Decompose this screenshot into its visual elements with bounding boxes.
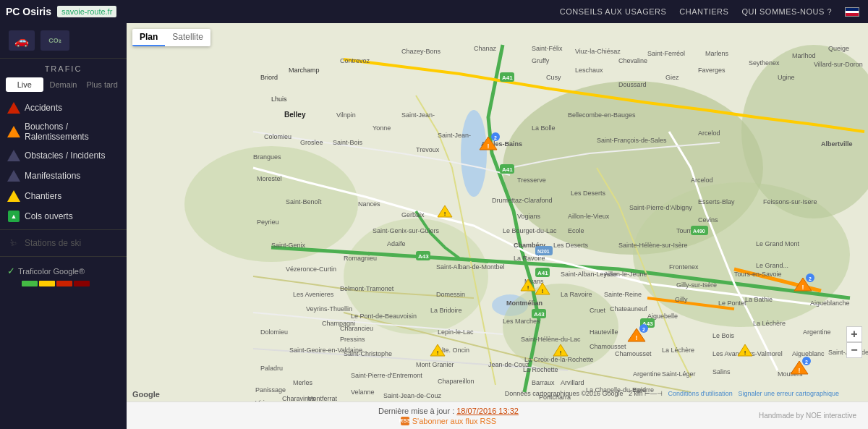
svg-text:Chamousset: Chamousset [590,343,626,350]
svg-text:A490: A490 [693,229,705,234]
map-copyright: Données cartographiques ©2016 Google 2 k… [505,390,839,397]
svg-text:Saint-Genix-sur-Guiers: Saint-Genix-sur-Guiers [373,227,440,234]
svg-text:Saint-Christophe: Saint-Christophe [344,350,392,357]
bouchons-icon [7,125,20,138]
menu-obstacles[interactable]: Obstacles / Incidents [0,145,127,166]
svg-text:!: ! [802,284,804,291]
trafic-title: TRAFIC [0,59,127,77]
nav-chantiers[interactable]: CHANTIERS [679,7,728,16]
svg-text:Groslee: Groslee [300,139,323,146]
tab-live[interactable]: Live [6,77,43,92]
tab-demain[interactable]: Demain [45,77,82,92]
svg-text:Salins: Salins [712,368,731,375]
menu-chantiers[interactable]: Chantiers [0,186,127,206]
tab-satellite[interactable]: Satellite [165,29,210,46]
rss-link[interactable]: RSS S'abonner aux flux RSS [138,417,759,425]
svg-text:Frontenex: Frontenex [669,263,699,271]
svg-text:Mont Granier: Mont Granier [416,361,454,368]
update-date-link[interactable]: 18/07/2016 13:32 [456,407,519,415]
svg-text:Gilly: Gilly [675,296,688,303]
svg-text:Belley: Belley [284,111,306,119]
map-container[interactable]: Briord Marchamp Contrevoz Chazey-Bons Ch… [127,23,868,402]
map-background[interactable]: Briord Marchamp Contrevoz Chazey-Bons Ch… [127,23,868,402]
svg-text:Giez: Giez [665,74,679,81]
svg-text:Charancieu: Charancieu [340,325,373,332]
site-badge[interactable]: savoie-route.fr [57,6,116,17]
menu-cols[interactable]: ▲ Cols ouverts [0,206,127,226]
svg-text:Domessin: Domessin [436,291,465,298]
svg-text:Adaife: Adaife [387,240,406,247]
svg-text:Bellecombe-en-Bauges: Bellecombe-en-Bauges [568,111,636,119]
co2-icon[interactable]: CO₂ [41,30,69,51]
svg-text:Briord: Briord [260,74,278,81]
svg-text:Leschaux: Leschaux [575,67,603,74]
svg-text:Chazey-Bons: Chazey-Bons [401,48,441,55]
nav-conseils[interactable]: CONSEILS AUX USAGERS [560,7,667,16]
svg-text:Saint-Hélène-du-Lac: Saint-Hélène-du-Lac [521,336,581,343]
language-flag[interactable] [845,7,859,17]
menu-accidents[interactable]: Accidents [0,98,127,118]
svg-text:Chateauneuf: Chateauneuf [610,305,647,313]
svg-text:Argentine: Argentine [803,328,831,336]
sidebar: 🚗 CO₂ TRAFIC Live Demain Plus tard Accid… [0,23,127,429]
menu-stations: ⛷ Stations de ski [0,233,127,253]
svg-text:Esserts-Blay: Esserts-Blay [698,198,735,205]
car-icon[interactable]: 🚗 [9,30,35,51]
svg-text:Barraux: Barraux [532,379,555,386]
svg-text:Gruffy: Gruffy [532,57,550,64]
svg-text:Pressins: Pressins [340,336,365,343]
tab-plus-tard[interactable]: Plus tard [83,77,121,92]
svg-text:Saint-Alban-de-Montbel: Saint-Alban-de-Montbel [436,263,505,271]
google-logo: Google [132,390,160,399]
svg-text:Cusy: Cusy [546,74,561,81]
svg-text:Cruet: Cruet [590,307,606,314]
obstacles-label: Obstacles / Incidents [25,150,105,161]
svg-text:!: ! [437,349,439,356]
svg-text:Contrevoz: Contrevoz [340,57,370,64]
svg-text:Montferrat: Montferrat [307,395,338,402]
svg-text:Sainte-Hélène-sur-Isère: Sainte-Hélène-sur-Isère [618,242,688,249]
svg-text:Ecole: Ecole [568,227,584,234]
svg-text:2: 2 [805,360,808,365]
svg-text:Le Pontet: Le Pontet [718,300,746,307]
separator-1 [0,229,127,230]
svg-text:Gerbaix: Gerbaix [401,211,425,218]
stations-label: Stations de ski [25,238,81,248]
traficolor-label[interactable]: ✓ Traficolor Google® [7,266,119,276]
svg-text:Lepin-le-Lac: Lepin-le-Lac [438,328,474,336]
svg-text:2: 2 [642,327,645,332]
svg-text:Romagnieu: Romagnieu [344,255,377,262]
svg-text:!: ! [799,367,801,374]
svg-text:N201: N201 [537,249,550,254]
menu-bouchons[interactable]: Bouchons / Ralentissements [0,118,127,145]
svg-text:Chamousset: Chamousset [615,350,652,357]
header: PC Osiris savoie-route.fr CONSEILS AUX U… [0,0,868,23]
svg-text:!: ! [636,334,638,341]
svg-text:Ugine: Ugine [778,74,795,81]
svg-text:Faverges: Faverges [698,67,726,74]
tab-plan[interactable]: Plan [132,29,165,46]
svg-text:La Rochette: La Rochette [523,366,558,373]
svg-text:Chevaline: Chevaline [618,57,647,64]
svg-text:Les Deserts: Les Deserts [553,242,589,249]
svg-text:Dolomieu: Dolomieu [260,328,288,336]
svg-text:Lhuis: Lhuis [271,95,287,103]
svg-text:Marlens: Marlens [705,50,729,57]
svg-text:Brangues: Brangues [253,153,281,161]
zoom-controls: + − [846,326,862,358]
svg-text:!: ! [542,288,544,294]
svg-point-1 [461,110,487,197]
separator-2 [0,256,127,257]
svg-text:Viuz-la-Chiésaz: Viuz-la-Chiésaz [575,48,621,55]
stations-icon: ⛷ [7,237,20,250]
menu-manifestations[interactable]: Manifestations [0,166,127,186]
chantiers-label: Chantiers [25,191,61,201]
bar-red [56,281,72,286]
zoom-out-button[interactable]: − [846,342,862,358]
nav-qui[interactable]: QUI SOMMES-NOUS ? [741,7,832,16]
svg-text:Marchamp: Marchamp [289,67,320,74]
app-logo: PC Osiris [0,6,57,17]
svg-text:Panissage: Panissage [255,386,286,394]
svg-text:Velanne: Velanne [351,388,375,396]
zoom-in-button[interactable]: + [846,326,862,342]
